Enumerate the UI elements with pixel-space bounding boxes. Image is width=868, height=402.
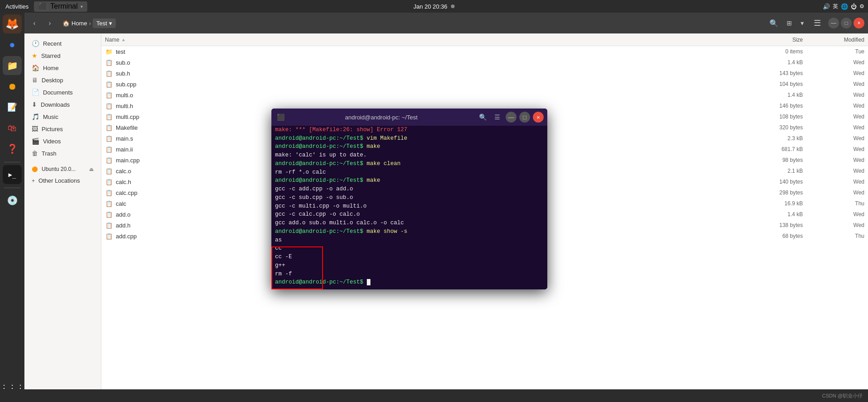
sidebar-item-downloads[interactable]: ⬇ Downloads: [26, 99, 99, 110]
table-row[interactable]: 📋 sub.cpp 104 bytes Wed: [101, 79, 868, 90]
taskbar-thunderbird[interactable]: ●: [3, 35, 22, 54]
terminal-output: gcc -c multi.cpp -o multi.o: [275, 203, 367, 209]
file-modified: Wed: [810, 179, 864, 185]
terminal-output: cc -E: [275, 254, 292, 260]
grid-view-button[interactable]: ⊞: [783, 17, 796, 29]
column-header-modified[interactable]: Modified: [810, 37, 864, 43]
home-icon: 🏠: [62, 20, 70, 27]
file-icon: 📋: [105, 102, 113, 110]
forward-button[interactable]: ›: [43, 17, 56, 29]
file-icon: 📋: [105, 199, 113, 208]
file-name: sub.cpp: [116, 81, 765, 88]
eject-icon[interactable]: ⏏: [89, 166, 94, 172]
terminal-command: make show -s: [367, 228, 408, 235]
taskbar-appstore[interactable]: 🛍: [3, 118, 22, 137]
taskbar-separator-2: [4, 188, 20, 188]
file-size: 2.3 kB: [765, 135, 810, 142]
terminal-window-controls: — □ ×: [506, 112, 544, 123]
terminal-command: make clean: [367, 161, 401, 167]
terminal-line: as: [275, 236, 544, 245]
taskbar: 🦊 ● 📁 ⏺ 📝 🛍 ❓ ▶_ 💿 ⋮⋮⋮: [0, 13, 24, 402]
table-row[interactable]: 📋 multi.o 1.4 kB Wed: [101, 90, 868, 100]
sidebar-item-trash[interactable]: 🗑 Trash: [26, 147, 99, 159]
terminal-output: g++: [275, 262, 285, 269]
table-row[interactable]: 📋 sub.o 1.4 kB Wed: [101, 57, 868, 68]
sidebar-item-recent[interactable]: 🕐 Recent: [26, 38, 99, 49]
terminal-indicator[interactable]: ⬛ Terminal ▾: [34, 1, 87, 12]
datetime-label: Jan 20 20:36: [413, 3, 447, 10]
terminal-cursor: [367, 279, 370, 285]
terminal-body[interactable]: gcc add.o sub.o multi.o calc.o -o calcan…: [271, 126, 547, 289]
sidebar-label-trash: Trash: [42, 150, 57, 157]
file-modified: Wed: [810, 59, 864, 66]
power-icon[interactable]: ⏻: [851, 3, 857, 10]
file-list-header: Name ▲ Size Modified: [101, 33, 868, 46]
terminal-minimize-button[interactable]: —: [506, 112, 517, 123]
sidebar-label-ubuntu: Ubuntu 20.0...: [42, 166, 76, 172]
terminal-close-button[interactable]: ×: [533, 112, 544, 123]
file-name: multi.o: [116, 92, 765, 99]
column-header-size[interactable]: Size: [765, 37, 810, 43]
current-folder-breadcrumb[interactable]: Test ▾: [93, 19, 116, 28]
taskbar-dvd[interactable]: 💿: [3, 191, 22, 210]
settings-icon[interactable]: ⚙: [859, 3, 864, 9]
terminal-line: gcc -c calc.cpp -o calc.o: [275, 210, 544, 219]
sidebar-item-pictures[interactable]: 🖼 Pictures: [26, 123, 99, 135]
terminal-app-icon: ⬛: [275, 112, 286, 123]
notification-dot: [451, 5, 455, 8]
network-icon[interactable]: 🌐: [841, 3, 848, 10]
terminal-maximize-button[interactable]: □: [519, 112, 530, 123]
minimize-button[interactable]: —: [828, 18, 839, 28]
file-size: 320 bytes: [765, 124, 810, 131]
terminal-prompt: android@android-pc:~/Test$: [275, 279, 367, 285]
terminal-menu-button[interactable]: ☰: [491, 111, 503, 123]
taskbar-firefox[interactable]: 🦊: [3, 14, 22, 33]
sidebar-item-ubuntu[interactable]: 🟠 Ubuntu 20.0... ⏏: [26, 164, 99, 175]
terminal-line: android@android-pc:~/Test$ make show -s: [275, 227, 544, 236]
close-button[interactable]: ×: [854, 18, 864, 28]
sidebar-item-starred[interactable]: ★ Starred: [26, 50, 99, 61]
file-modified: Tue: [810, 48, 864, 55]
table-row[interactable]: 📁 test 0 items Tue: [101, 46, 868, 57]
hamburger-menu-button[interactable]: ☰: [811, 17, 824, 29]
home-breadcrumb[interactable]: 🏠 Home: [62, 20, 87, 27]
documents-icon: 📄: [32, 89, 39, 96]
sidebar-item-music[interactable]: 🎵 Music: [26, 111, 99, 123]
taskbar-libreoffice[interactable]: 📝: [3, 98, 22, 117]
sidebar-item-videos[interactable]: 🎬 Videos: [26, 135, 99, 147]
taskbar-files[interactable]: 📁: [3, 56, 22, 75]
window-controls: — □ ×: [828, 18, 864, 28]
column-header-name[interactable]: Name ▲: [105, 37, 765, 43]
trash-icon: 🗑: [32, 150, 38, 157]
file-size: 68 bytes: [765, 233, 810, 239]
view-toggle-button[interactable]: ▾: [796, 17, 808, 29]
activities-button[interactable]: Activities: [0, 0, 34, 13]
table-row[interactable]: 📋 sub.h 143 bytes Wed: [101, 68, 868, 79]
top-bar: Activities ⬛ Terminal ▾ Jan 20 20:36 🔊 英…: [0, 0, 868, 13]
sidebar-item-desktop[interactable]: 🖥 Desktop: [26, 74, 99, 86]
terminal-line: android@android-pc:~/Test$ make clean: [275, 160, 544, 168]
back-button[interactable]: ‹: [28, 17, 41, 29]
file-icon: 📋: [105, 58, 113, 66]
terminal-line: android@android-pc:~/Test$ make: [275, 142, 544, 151]
terminal-line: android@android-pc:~/Test$ make: [275, 176, 544, 185]
terminal-window-icon: ⬛: [38, 2, 47, 11]
sidebar-item-home[interactable]: 🏠 Home: [26, 62, 99, 74]
search-button[interactable]: 🔍: [768, 17, 780, 29]
terminal-search-button[interactable]: 🔍: [477, 111, 489, 123]
sidebar-item-documents[interactable]: 📄 Documents: [26, 86, 99, 98]
taskbar-rhythmbox[interactable]: ⏺: [3, 77, 22, 96]
ubuntu-icon: 🟠: [32, 166, 38, 172]
maximize-button[interactable]: □: [841, 18, 852, 28]
sidebar-label-other-locations: Other Locations: [38, 177, 80, 184]
lang-indicator[interactable]: 英: [833, 3, 838, 10]
volume-icon[interactable]: 🔊: [823, 3, 830, 10]
current-folder-label: Test: [96, 20, 107, 27]
file-manager-toolbar: ‹ › 🏠 Home › Test ▾ 🔍 ⊞ ▾ ☰ — □ ×: [24, 13, 868, 33]
watermark: CSDN @职业小仔: [822, 393, 863, 399]
taskbar-help[interactable]: ❓: [3, 139, 22, 158]
sidebar-item-other-locations[interactable]: + Other Locations: [26, 175, 99, 186]
taskbar-terminal[interactable]: ▶_: [3, 165, 22, 184]
terminal-prompt: android@android-pc:~/Test$: [275, 177, 367, 184]
terminal-output: make: 'calc' is up to date.: [275, 152, 367, 158]
